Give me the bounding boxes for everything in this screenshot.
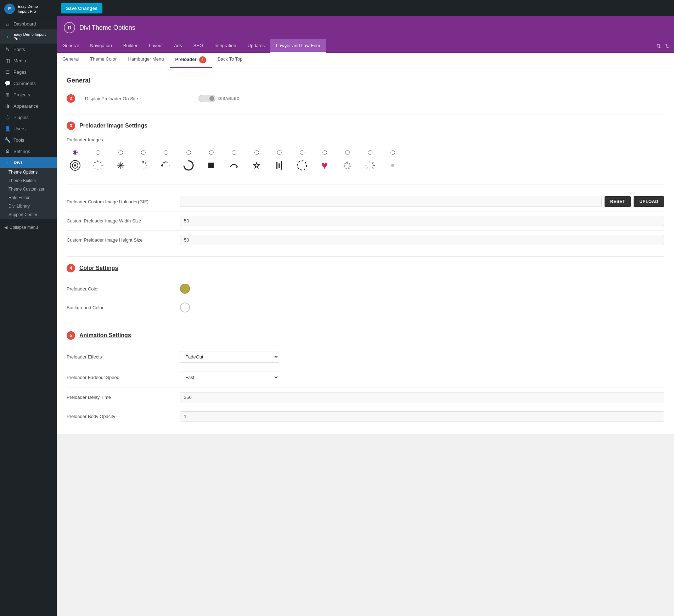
preloader-radio-3[interactable] (118, 150, 123, 155)
svg-point-33 (346, 168, 347, 169)
preloader-item-13[interactable] (339, 150, 356, 174)
preloader-item-3[interactable]: ✳ (112, 150, 129, 174)
custom-uploader-input[interactable] (180, 197, 602, 207)
sidebar-item-easy-demo[interactable]: ● Easy Demo Import Pro (0, 29, 57, 44)
reset-button[interactable]: RESET (605, 196, 631, 207)
upload-button[interactable]: UPLOAD (634, 196, 664, 207)
tab-secondary-theme-color[interactable]: Theme Color (84, 53, 122, 68)
step-5-badge: 5 (67, 331, 75, 340)
preloader-radio-5[interactable] (164, 150, 168, 155)
sidebar-sub-item-theme-builder[interactable]: Theme Builder (0, 176, 57, 185)
sidebar-item-dashboard[interactable]: ⌂ Dashboard (0, 18, 57, 29)
preloader-radio-11[interactable] (300, 150, 304, 155)
preloader-item-14[interactable] (361, 150, 378, 174)
sidebar-item-pages[interactable]: ☰ Pages (0, 66, 57, 78)
preloader-radio-1[interactable] (73, 150, 78, 155)
preloader-item-2[interactable] (89, 150, 106, 174)
collapse-menu-button[interactable]: ◀ Collapse menu (0, 222, 57, 233)
sidebar-item-label: Tools (13, 137, 24, 143)
preloader-radio-10[interactable] (277, 150, 282, 155)
sidebar-item-comments[interactable]: 💬 Comments (0, 78, 57, 89)
preloader-radio-2[interactable] (96, 150, 100, 155)
preloader-radio-15[interactable] (391, 150, 395, 155)
sidebar-item-label: Plugins (13, 115, 29, 120)
tab-secondary-preloader[interactable]: Preloader 1 (170, 53, 212, 68)
svg-rect-27 (281, 161, 282, 170)
preloader-radio-6[interactable] (186, 150, 191, 155)
sidebar-item-projects[interactable]: ⊞ Projects (0, 89, 57, 100)
background-color-swatch[interactable] (180, 303, 190, 312)
fadeout-speed-control: Fast Medium Slow (180, 372, 664, 383)
sidebar-item-appearance[interactable]: ◑ Appearance (0, 100, 57, 112)
tab-layout[interactable]: Layout (143, 39, 168, 53)
sidebar-sub-item-theme-customizer[interactable]: Theme Customizer (0, 185, 57, 193)
preloader-item-15[interactable] (384, 150, 401, 174)
width-row: Custom Preloader Image Width Size (67, 211, 664, 231)
sidebar-item-divi[interactable]: ● Divi (0, 157, 57, 168)
tab-updates[interactable]: Updates (242, 39, 270, 53)
sidebar-item-tools[interactable]: 🔧 Tools (0, 134, 57, 146)
sidebar-sub-item-divi-library[interactable]: Divi Library (0, 202, 57, 210)
preloader-item-9[interactable] (248, 150, 265, 174)
width-input[interactable] (180, 216, 664, 226)
height-input[interactable] (180, 235, 664, 245)
sidebar-item-label: Media (13, 58, 26, 63)
sidebar-sub-item-support-center[interactable]: Support Center (0, 210, 57, 219)
preloader-item-4[interactable] (135, 150, 152, 174)
sidebar-sub-item-theme-options[interactable]: Theme Options (0, 168, 57, 176)
preloader-radio-14[interactable] (368, 150, 372, 155)
fadeout-speed-select[interactable]: Fast Medium Slow (180, 372, 279, 383)
preloader-icon-1 (67, 157, 84, 174)
svg-point-11 (142, 161, 144, 163)
preloader-radio-8[interactable] (232, 150, 236, 155)
sort-icon[interactable]: ⇅ (655, 41, 662, 51)
body-opacity-input[interactable] (180, 411, 664, 422)
sidebar-item-posts[interactable]: ✎ Posts (0, 44, 57, 55)
tab-navigation[interactable]: Navigation (84, 39, 117, 53)
preloader-item-11[interactable] (293, 150, 310, 174)
svg-point-6 (101, 165, 103, 166)
preloader-radio-7[interactable] (209, 150, 214, 155)
tab-general[interactable]: General (57, 39, 84, 53)
preloader-radio-4[interactable] (141, 150, 146, 155)
color-settings-section: 4 Color Settings Preloader Color Backgro… (67, 264, 664, 317)
tab-seo[interactable]: SEO (188, 39, 209, 53)
sidebar-item-label: Dashboard (13, 21, 36, 27)
tab-integration[interactable]: Integration (209, 39, 242, 53)
preloader-item-12[interactable]: ♥ (316, 150, 333, 174)
preloader-item-6[interactable] (180, 150, 197, 174)
preloader-radio-12[interactable] (322, 150, 327, 155)
tab-builder[interactable]: Builder (118, 39, 143, 53)
tab-lawyer[interactable]: Lawyer and Law Firm (270, 39, 326, 53)
preloader-radio-13[interactable] (345, 150, 350, 155)
sidebar-sub-item-role-editor[interactable]: Role Editor (0, 193, 57, 202)
preloader-color-swatch[interactable] (180, 284, 190, 294)
preloader-image-title: Preloader Image Settings (79, 123, 147, 129)
tab-ads[interactable]: Ads (168, 39, 187, 53)
preloader-radio-9[interactable] (254, 150, 259, 155)
divider-color (67, 256, 664, 257)
preloader-item-8[interactable] (225, 150, 242, 174)
preloader-item-10[interactable] (271, 150, 288, 174)
sidebar-item-settings[interactable]: ⚙ Settings (0, 146, 57, 157)
delay-time-input[interactable] (180, 392, 664, 402)
save-changes-button[interactable]: Save Changes (61, 3, 102, 13)
preloader-image-section: 3 Preloader Image Settings Preloader Ima… (67, 121, 664, 249)
preloader-item-1[interactable] (67, 150, 84, 174)
tab-secondary-general[interactable]: General (57, 53, 84, 68)
display-preloader-label: Display Preloader On Site (85, 96, 191, 101)
general-section-title: General (67, 77, 664, 84)
pages-icon: ☰ (4, 69, 11, 75)
effects-select[interactable]: FadeOut SlideUp SlideDown None (180, 351, 279, 363)
preloader-item-5[interactable] (157, 150, 174, 174)
refresh-icon[interactable]: ↻ (664, 41, 671, 51)
sidebar-item-users[interactable]: 👤 Users (0, 123, 57, 134)
users-icon: 👤 (4, 126, 11, 131)
svg-point-4 (97, 169, 99, 170)
display-preloader-toggle[interactable] (198, 95, 215, 102)
sidebar-item-media[interactable]: ◫ Media (0, 55, 57, 66)
sidebar-item-plugins[interactable]: ⬡ Plugins (0, 112, 57, 123)
tab-secondary-back-to-top[interactable]: Back To Top (212, 53, 248, 68)
preloader-item-7[interactable] (203, 150, 220, 174)
tab-secondary-hamburger-menu[interactable]: Hamburger Menu (122, 53, 169, 68)
